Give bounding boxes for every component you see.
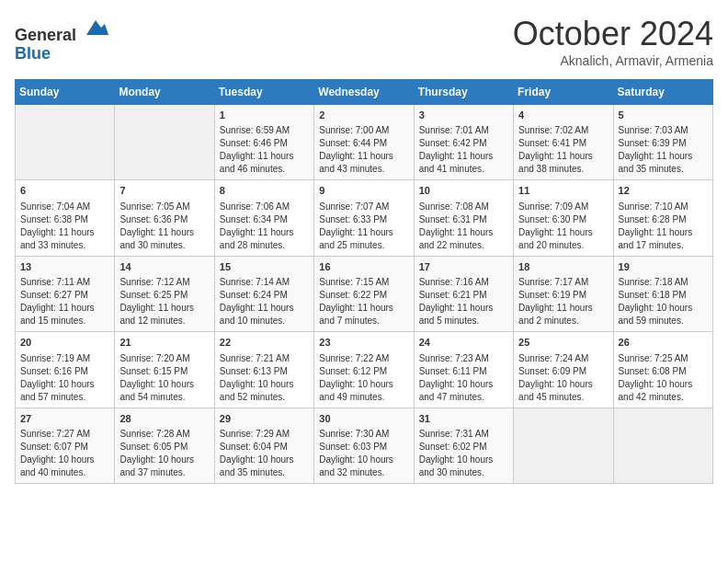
- sunrise-text: Sunrise: 7:08 AM: [419, 201, 489, 212]
- sunrise-text: Sunrise: 7:10 AM: [619, 201, 688, 212]
- calendar-cell: 10Sunrise: 7:08 AMSunset: 6:31 PMDayligh…: [414, 180, 513, 256]
- page-header: General Blue October 2024 Aknalich, Arma…: [15, 15, 713, 68]
- header-thursday: Thursday: [414, 80, 513, 105]
- sunset-text: Sunset: 6:08 PM: [619, 366, 687, 376]
- daylight-text: Daylight: 11 hours and 46 minutes.: [220, 151, 294, 174]
- daylight-text: Daylight: 11 hours and 5 minutes.: [419, 303, 494, 326]
- daylight-text: Daylight: 10 hours and 32 minutes.: [319, 454, 393, 477]
- calendar-week-row: 20Sunrise: 7:19 AMSunset: 6:16 PMDayligh…: [16, 332, 713, 408]
- sunrise-text: Sunrise: 7:31 AM: [419, 429, 489, 439]
- sunrise-text: Sunrise: 7:25 AM: [619, 353, 688, 363]
- calendar-cell: 23Sunrise: 7:22 AMSunset: 6:12 PMDayligh…: [314, 332, 414, 408]
- calendar-cell: 18Sunrise: 7:17 AMSunset: 6:19 PMDayligh…: [514, 256, 613, 331]
- day-number: 5: [619, 109, 708, 122]
- calendar-cell: 24Sunrise: 7:23 AMSunset: 6:11 PMDayligh…: [414, 332, 513, 408]
- daylight-text: Daylight: 11 hours and 25 minutes.: [319, 227, 393, 250]
- day-number: 29: [220, 412, 309, 426]
- calendar-header-row: SundayMondayTuesdayWednesdayThursdayFrid…: [16, 80, 713, 105]
- calendar-cell: 13Sunrise: 7:11 AMSunset: 6:27 PMDayligh…: [16, 256, 115, 331]
- daylight-text: Daylight: 11 hours and 33 minutes.: [20, 227, 95, 250]
- daylight-text: Daylight: 10 hours and 37 minutes.: [119, 454, 194, 477]
- calendar-cell: 25Sunrise: 7:24 AMSunset: 6:09 PMDayligh…: [514, 332, 613, 408]
- sunrise-text: Sunrise: 7:00 AM: [319, 125, 389, 135]
- daylight-text: Daylight: 11 hours and 30 minutes.: [119, 227, 194, 250]
- sunset-text: Sunset: 6:24 PM: [220, 290, 288, 300]
- sunset-text: Sunset: 6:33 PM: [319, 214, 387, 224]
- calendar-cell: 16Sunrise: 7:15 AMSunset: 6:22 PMDayligh…: [314, 256, 414, 331]
- sunset-text: Sunset: 6:36 PM: [119, 214, 188, 224]
- sunset-text: Sunset: 6:30 PM: [518, 214, 586, 224]
- calendar-cell: 4Sunrise: 7:02 AMSunset: 6:41 PMDaylight…: [514, 105, 613, 180]
- sunset-text: Sunset: 6:03 PM: [319, 442, 387, 452]
- daylight-text: Daylight: 11 hours and 43 minutes.: [319, 151, 393, 174]
- sunrise-text: Sunrise: 7:27 AM: [20, 429, 90, 439]
- sunset-text: Sunset: 6:12 PM: [319, 366, 387, 376]
- calendar-cell: 3Sunrise: 7:01 AMSunset: 6:42 PMDaylight…: [414, 105, 513, 180]
- header-tuesday: Tuesday: [214, 80, 313, 105]
- calendar-cell: 2Sunrise: 7:00 AMSunset: 6:44 PMDaylight…: [314, 105, 414, 180]
- sunset-text: Sunset: 6:31 PM: [419, 214, 487, 224]
- daylight-text: Daylight: 10 hours and 52 minutes.: [220, 379, 294, 402]
- calendar-cell: 5Sunrise: 7:03 AMSunset: 6:39 PMDaylight…: [613, 105, 712, 180]
- title-block: October 2024 Aknalich, Armavir, Armenia: [513, 15, 713, 68]
- calendar-cell: 20Sunrise: 7:19 AMSunset: 6:16 PMDayligh…: [16, 332, 115, 408]
- day-number: 19: [619, 260, 708, 274]
- calendar-cell: 9Sunrise: 7:07 AMSunset: 6:33 PMDaylight…: [314, 180, 414, 256]
- calendar-cell: 15Sunrise: 7:14 AMSunset: 6:24 PMDayligh…: [214, 256, 313, 331]
- day-number: 6: [20, 184, 109, 198]
- sunset-text: Sunset: 6:07 PM: [20, 442, 88, 452]
- month-title: October 2024: [513, 15, 713, 53]
- day-number: 31: [419, 412, 508, 426]
- calendar-cell: 8Sunrise: 7:06 AMSunset: 6:34 PMDaylight…: [214, 180, 313, 256]
- sunset-text: Sunset: 6:42 PM: [419, 138, 487, 148]
- sunset-text: Sunset: 6:21 PM: [419, 290, 487, 300]
- day-number: 11: [518, 184, 608, 198]
- daylight-text: Daylight: 11 hours and 15 minutes.: [20, 303, 95, 326]
- sunset-text: Sunset: 6:13 PM: [220, 366, 288, 376]
- calendar-cell: 14Sunrise: 7:12 AMSunset: 6:25 PMDayligh…: [115, 256, 214, 331]
- header-wednesday: Wednesday: [314, 80, 414, 105]
- day-number: 3: [419, 109, 508, 122]
- daylight-text: Daylight: 10 hours and 35 minutes.: [220, 454, 294, 477]
- sunrise-text: Sunrise: 7:23 AM: [419, 353, 489, 363]
- sunrise-text: Sunrise: 6:59 AM: [220, 125, 290, 135]
- calendar-cell: [613, 408, 712, 483]
- calendar-week-row: 1Sunrise: 6:59 AMSunset: 6:46 PMDaylight…: [16, 105, 713, 180]
- daylight-text: Daylight: 11 hours and 2 minutes.: [518, 303, 593, 326]
- sunrise-text: Sunrise: 7:09 AM: [518, 201, 588, 212]
- sunrise-text: Sunrise: 7:06 AM: [220, 201, 290, 212]
- day-number: 15: [220, 260, 309, 274]
- calendar-cell: 11Sunrise: 7:09 AMSunset: 6:30 PMDayligh…: [514, 180, 613, 256]
- calendar-cell: 26Sunrise: 7:25 AMSunset: 6:08 PMDayligh…: [613, 332, 712, 408]
- daylight-text: Daylight: 11 hours and 38 minutes.: [518, 151, 593, 174]
- day-number: 18: [518, 260, 608, 274]
- sunrise-text: Sunrise: 7:19 AM: [20, 353, 90, 363]
- logo-icon: [83, 15, 108, 40]
- daylight-text: Daylight: 11 hours and 20 minutes.: [518, 227, 593, 250]
- sunrise-text: Sunrise: 7:16 AM: [419, 277, 489, 287]
- header-friday: Friday: [514, 80, 613, 105]
- day-number: 16: [319, 260, 408, 274]
- daylight-text: Daylight: 10 hours and 47 minutes.: [419, 379, 494, 402]
- sunset-text: Sunset: 6:15 PM: [119, 366, 188, 376]
- daylight-text: Daylight: 10 hours and 30 minutes.: [419, 454, 494, 477]
- daylight-text: Daylight: 11 hours and 17 minutes.: [619, 227, 693, 250]
- daylight-text: Daylight: 10 hours and 49 minutes.: [319, 379, 393, 402]
- calendar-week-row: 6Sunrise: 7:04 AMSunset: 6:38 PMDaylight…: [16, 180, 713, 256]
- sunrise-text: Sunrise: 7:29 AM: [220, 429, 290, 439]
- svg-marker-0: [86, 20, 108, 35]
- daylight-text: Daylight: 10 hours and 42 minutes.: [619, 379, 693, 402]
- calendar-cell: [514, 408, 613, 483]
- sunrise-text: Sunrise: 7:28 AM: [119, 429, 189, 439]
- calendar-cell: 27Sunrise: 7:27 AMSunset: 6:07 PMDayligh…: [16, 408, 115, 483]
- daylight-text: Daylight: 11 hours and 35 minutes.: [619, 151, 693, 174]
- day-number: 28: [119, 412, 209, 426]
- sunrise-text: Sunrise: 7:21 AM: [220, 353, 290, 363]
- daylight-text: Daylight: 10 hours and 54 minutes.: [119, 379, 194, 402]
- day-number: 1: [220, 109, 309, 122]
- header-saturday: Saturday: [613, 80, 712, 105]
- sunrise-text: Sunrise: 7:12 AM: [119, 277, 189, 287]
- day-number: 14: [119, 260, 209, 274]
- calendar-cell: [115, 105, 214, 180]
- sunrise-text: Sunrise: 7:05 AM: [119, 201, 189, 212]
